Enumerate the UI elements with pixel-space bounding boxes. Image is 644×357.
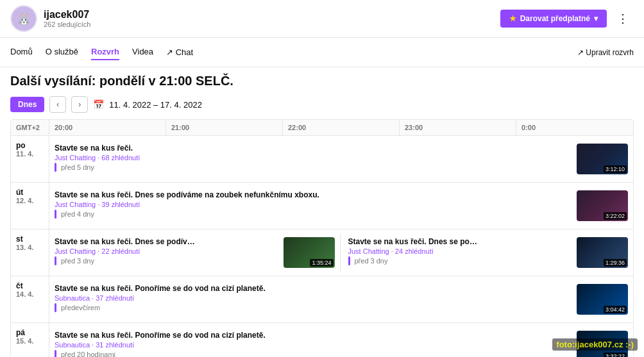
day-content-pá: Stavte se na kus řeči. Ponoříme se do vo… [49,323,633,357]
day-date: 13. 4. [16,244,34,251]
day-name: pá [16,328,25,337]
navigation: Domů O službě Rozvrh Videa ↗ Chat ↗ Upra… [0,38,644,67]
day-label-út: út12. 4. [11,183,49,229]
event-title: Stavte se na kus řeči. Dnes se po… [348,237,577,246]
gmt-label: GMT+2 [11,120,49,135]
event-info: Stavte se na kus řeči. Dnes se podíváme … [55,190,577,219]
time-21: 21:00 [166,120,283,135]
day-row-út: út12. 4. Stavte se na kus řeči. Dnes se … [11,183,633,229]
day-row-st: st13. 4. Stavte se na kus řeči. Dnes se … [11,229,633,276]
event-segment-0[interactable]: Stavte se na kus řeči. Dnes se podív… Ju… [49,233,341,272]
event-category: Subnautica · 37 zhlédnutí [55,294,577,302]
avatar: 🐰 [10,5,37,32]
day-date: 12. 4. [16,197,34,204]
event-thumbnail: 1:29:36 [577,237,628,268]
edit-schedule-label: ↗ Upravit rozvrh [577,48,634,57]
event-info: Stavte se na kus řeči. Dnes se podív… Ju… [55,237,284,265]
event-title: Stavte se na kus řeči. Ponoříme se do vo… [55,331,577,340]
username: ijacek007 [44,9,90,21]
date-range-label: 11. 4. 2022 – 17. 4. 2022 [109,100,202,110]
event-info: Stavte se na kus řeči. Ponoříme se do vo… [55,331,577,357]
day-name: st [16,235,23,244]
more-options-button[interactable]: ⋮ [612,9,634,28]
event-category: Just Chatting · 24 zhlédnutí [348,247,577,255]
nav-item-videos[interactable]: Videa [132,44,153,60]
day-row-po: po11. 4. Stavte se na kus řeči. Just Cha… [11,136,633,183]
schedule-grid: GMT+2 20:00 21:00 22:00 23:00 0:00 po11.… [10,119,634,357]
event-segment[interactable]: Stavte se na kus řeči. Ponoříme se do vo… [49,327,633,357]
duration-badge: 3:32:22 [604,353,627,357]
prev-week-button[interactable]: ‹ [49,96,66,113]
duration-badge: 1:29:36 [604,259,627,267]
event-title: Stavte se na kus řeči. Ponoříme se do vo… [55,284,577,293]
day-name: út [16,188,23,197]
time-header: GMT+2 20:00 21:00 22:00 23:00 0:00 [11,120,633,136]
time-00: 0:00 [516,120,633,135]
star-icon: ★ [509,14,516,23]
event-info: Stavte se na kus řeči. Dnes se po… Just … [348,237,577,265]
schedule-body: po11. 4. Stavte se na kus řeči. Just Cha… [11,136,633,357]
day-name: čt [16,281,23,290]
event-category: Just Chatting · 22 zhlédnutí [55,247,284,255]
donate-button[interactable]: ★ Darovat předplatné ▾ [500,10,607,28]
event-time-ago: před 20 hodinami [55,350,577,357]
followers-count: 262 sledujících [44,21,90,28]
day-row-pá: pá15. 4. Stavte se na kus řeči. Ponoříme… [11,323,633,357]
event-time-ago: před 4 dny [55,210,577,219]
event-category: Just Chatting · 68 zhlédnutí [55,154,577,162]
event-title: Stavte se na kus řeči. Dnes se podíváme … [55,190,577,199]
event-category: Just Chatting · 39 zhlédnutí [55,201,577,208]
event-title: Stavte se na kus řeči. Dnes se podív… [55,237,284,246]
day-date: 14. 4. [16,290,34,298]
day-label-st: st13. 4. [11,229,49,276]
day-content-čt: Stavte se na kus řeči. Ponoříme se do vo… [49,276,633,322]
day-date: 11. 4. [16,150,34,158]
nav-item-home[interactable]: Domů [10,44,33,60]
chevron-down-icon: ▾ [594,14,598,23]
event-thumbnail: 1:35:24 [284,237,335,268]
header-left: 🐰 ijacek007 262 sledujících [10,5,90,32]
header: 🐰 ijacek007 262 sledujících ★ Darovat př… [0,0,644,38]
nav-item-about[interactable]: O službě [46,44,78,60]
time-23: 23:00 [400,120,516,135]
duration-badge: 3:04:42 [604,306,627,313]
day-content-út: Stavte se na kus řeči. Dnes se podíváme … [49,183,633,229]
calendar-icon: 📅 [93,99,104,110]
schedule-controls: Dnes ‹ › 📅 11. 4. 2022 – 17. 4. 2022 [0,91,644,115]
event-thumbnail: 3:12:10 [577,144,628,174]
event-thumbnail: 3:32:22 [577,331,628,357]
event-segment[interactable]: Stavte se na kus řeči. Dnes se podíváme … [49,187,633,225]
event-thumbnail: 3:04:42 [577,284,628,315]
day-label-po: po11. 4. [11,136,49,182]
day-name: po [16,141,26,150]
event-time-ago: před 5 dny [55,163,577,172]
event-segment[interactable]: Stavte se na kus řeči. Ponoříme se do vo… [49,280,633,319]
next-week-button[interactable]: › [71,96,88,113]
nav-item-schedule[interactable]: Rozvrh [91,44,119,60]
duration-badge: 1:35:24 [310,259,333,267]
event-time-ago: předevčírem [55,303,577,312]
day-content-po: Stavte se na kus řeči. Just Chatting · 6… [49,136,633,182]
today-button[interactable]: Dnes [10,97,44,112]
event-info: Stavte se na kus řeči. Ponoříme se do vo… [55,284,577,312]
day-label-čt: čt14. 4. [11,276,49,322]
day-row-čt: čt14. 4. Stavte se na kus řeči. Ponoříme… [11,276,633,323]
event-time-ago: před 3 dny [348,256,577,265]
header-right: ★ Darovat předplatné ▾ ⋮ [500,9,634,28]
event-info: Stavte se na kus řeči. Just Chatting · 6… [55,144,577,172]
page-title-area: Další vysílání: pondělí v 21:00 SELČ. [0,67,644,91]
duration-badge: 3:22:02 [604,212,627,220]
event-segment-1[interactable]: Stavte se na kus řeči. Dnes se po… Just … [343,233,634,272]
page-title: Další vysílání: pondělí v 21:00 SELČ. [10,74,634,88]
time-20: 20:00 [49,120,166,135]
nav-item-chat[interactable]: ↗ Chat [166,44,193,60]
day-content-st: Stavte se na kus řeči. Dnes se podív… Ju… [49,229,633,276]
time-22: 22:00 [283,120,400,135]
edit-schedule-link[interactable]: ↗ Upravit rozvrh [577,48,634,57]
event-time-ago: před 3 dny [55,256,284,265]
event-title: Stavte se na kus řeči. [55,144,577,153]
donate-label: Darovat předplatné [520,14,590,23]
nav-items: Domů O službě Rozvrh Videa ↗ Chat [10,38,193,67]
event-segment[interactable]: Stavte se na kus řeči. Just Chatting · 6… [49,140,633,178]
day-label-pá: pá15. 4. [11,323,49,357]
